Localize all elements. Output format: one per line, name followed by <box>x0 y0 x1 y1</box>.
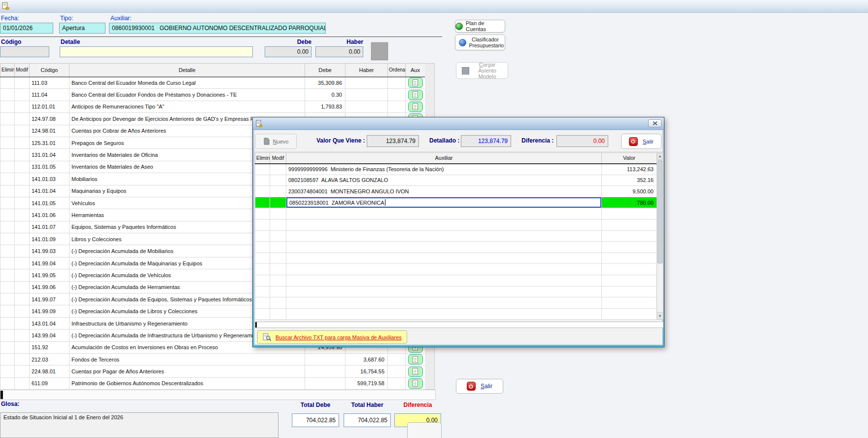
modif-cell[interactable] <box>15 185 30 197</box>
partial-bottom-button[interactable] <box>407 422 442 438</box>
modif-cell[interactable] <box>270 164 286 175</box>
elimin-cell[interactable] <box>255 175 270 186</box>
clasificador-presupuestario-button[interactable]: Clasificador Presupuestario <box>455 35 505 50</box>
modif-cell[interactable] <box>15 353 30 365</box>
elimin-cell[interactable] <box>0 257 15 269</box>
auxiliar-empty-row[interactable] <box>255 242 657 253</box>
tipo-input[interactable]: Apertura <box>59 23 105 34</box>
elimin-cell[interactable] <box>0 245 15 257</box>
total-haber-field[interactable]: 704,022.85 <box>344 413 391 427</box>
auxiliar-cell[interactable]: 0850223918001 ZAMORA VERONICA <box>286 197 602 208</box>
gray-square-button[interactable] <box>371 42 388 60</box>
detalle-input[interactable] <box>60 46 253 57</box>
auxiliar-empty-row[interactable] <box>255 297 657 309</box>
elimin-cell[interactable] <box>0 221 15 233</box>
nuevo-button[interactable]: Nuevo <box>255 134 297 149</box>
modif-cell[interactable] <box>15 89 30 101</box>
haber-input[interactable]: 0.00 <box>315 46 363 57</box>
glosa-textarea[interactable]: Estado de Situacion Inicial al 1 de Ener… <box>0 412 278 438</box>
detallado-field[interactable]: 123,874.79 <box>461 135 511 147</box>
elimin-cell[interactable] <box>0 377 15 389</box>
modif-cell[interactable] <box>15 173 30 185</box>
elimin-cell[interactable] <box>0 293 15 305</box>
modif-cell[interactable] <box>15 365 30 377</box>
buscar-archivo-txt-button[interactable]: Buscar Archivo TXT para carga Masiva de … <box>257 330 407 344</box>
plan-de-cuentas-button[interactable]: Plan de Cuentas <box>455 20 505 33</box>
modif-cell[interactable] <box>15 221 30 233</box>
modif-cell[interactable] <box>270 175 286 186</box>
dialog-scrollbar[interactable]: ▲ ▼ <box>657 152 663 320</box>
elimin-cell[interactable] <box>0 77 15 89</box>
auxiliar-row-editing[interactable]: 0850223918001 ZAMORA VERONICA780.00 <box>255 197 657 208</box>
aux-button[interactable] <box>408 77 423 88</box>
auxiliar-empty-row[interactable] <box>255 219 657 230</box>
modif-cell[interactable] <box>15 281 30 293</box>
modif-cell[interactable] <box>15 257 30 269</box>
modif-cell[interactable] <box>15 269 30 281</box>
elimin-cell[interactable] <box>0 329 15 341</box>
modif-cell[interactable] <box>15 341 30 353</box>
aux-button[interactable] <box>408 90 423 100</box>
elimin-cell[interactable] <box>255 186 270 197</box>
elimin-cell[interactable] <box>0 125 15 137</box>
elimin-cell[interactable] <box>0 341 15 353</box>
elimin-cell[interactable] <box>0 305 15 317</box>
cargar-asiento-modelo-button[interactable]: Cargar Asiento Modelo <box>456 62 508 79</box>
elimin-cell[interactable] <box>0 113 15 125</box>
elimin-cell[interactable] <box>255 164 270 175</box>
ordenar-cell[interactable] <box>388 365 406 377</box>
elimin-cell[interactable] <box>0 317 15 329</box>
debe-input[interactable]: 0.00 <box>265 46 312 57</box>
close-icon[interactable] <box>648 119 661 127</box>
elimin-cell[interactable] <box>0 197 15 209</box>
modif-cell[interactable] <box>270 186 286 197</box>
elimin-cell[interactable] <box>0 269 15 281</box>
elimin-cell[interactable] <box>0 89 15 101</box>
dialog-title-bar[interactable] <box>253 117 664 130</box>
total-debe-field[interactable]: 704,022.85 <box>292 413 339 427</box>
scroll-up-icon[interactable]: ▲ <box>657 153 663 160</box>
table-row[interactable]: 224.98.01Cuentas por Pagar de Años Anter… <box>0 365 425 377</box>
auxiliar-empty-row[interactable] <box>255 275 657 286</box>
auxiliar-empty-row[interactable] <box>255 230 657 242</box>
modif-cell[interactable] <box>15 317 30 329</box>
table-row[interactable]: 111.03Banco Central del Ecuador Moneda d… <box>0 77 425 89</box>
modif-cell[interactable] <box>15 137 30 148</box>
auxiliar-empty-row[interactable] <box>255 308 657 320</box>
modif-cell[interactable] <box>15 197 30 209</box>
elimin-cell[interactable] <box>0 233 15 245</box>
modif-cell[interactable] <box>270 197 286 208</box>
auxiliar-empty-row[interactable] <box>255 286 657 297</box>
aux-button[interactable] <box>408 102 423 112</box>
aux-button[interactable] <box>408 354 423 365</box>
elimin-cell[interactable] <box>0 149 15 161</box>
modif-cell[interactable] <box>15 77 30 89</box>
dialog-bottom-input-strip[interactable] <box>255 322 663 328</box>
auxiliar-empty-row[interactable] <box>255 253 657 264</box>
auxiliar-row[interactable]: 9999999999996 Ministerio de Finanzas (Te… <box>255 164 657 175</box>
elimin-cell[interactable] <box>0 173 15 185</box>
modif-cell[interactable] <box>15 293 30 305</box>
scrollbar-thumb[interactable] <box>658 160 662 263</box>
aux-button[interactable] <box>408 366 423 377</box>
elimin-cell[interactable] <box>0 161 15 173</box>
auxiliar-input[interactable]: 0860019930001 GOBIERNO AUTONOMO DESCENTR… <box>109 23 326 34</box>
dialog-diferencia-field[interactable]: 0.00 <box>556 135 608 147</box>
auxiliar-row[interactable]: 0802108597 ALAVA SALTOS GONZALO352.16 <box>255 175 657 186</box>
valor-que-viene-field[interactable]: 123,874.79 <box>367 135 419 147</box>
aux-button[interactable] <box>408 378 423 389</box>
auxiliar-empty-row[interactable] <box>255 208 657 219</box>
dialog-salir-button[interactable]: Salir <box>621 134 661 149</box>
elimin-cell[interactable] <box>255 197 270 208</box>
codigo-input[interactable] <box>0 46 49 57</box>
ordenar-cell[interactable] <box>388 89 406 101</box>
ordenar-cell[interactable] <box>388 77 406 89</box>
modif-cell[interactable] <box>15 113 30 125</box>
table-row[interactable]: 112.01.01Anticipos de Remuneraciones Tip… <box>0 101 425 112</box>
elimin-cell[interactable] <box>0 353 15 365</box>
ordenar-cell[interactable] <box>388 353 406 365</box>
auxiliar-row[interactable]: 2300374804001 MONTENEGRO ANGULO IVON9,50… <box>255 186 657 197</box>
modif-cell[interactable] <box>15 209 30 221</box>
auxiliar-empty-row[interactable] <box>255 264 657 275</box>
modif-cell[interactable] <box>15 125 30 137</box>
